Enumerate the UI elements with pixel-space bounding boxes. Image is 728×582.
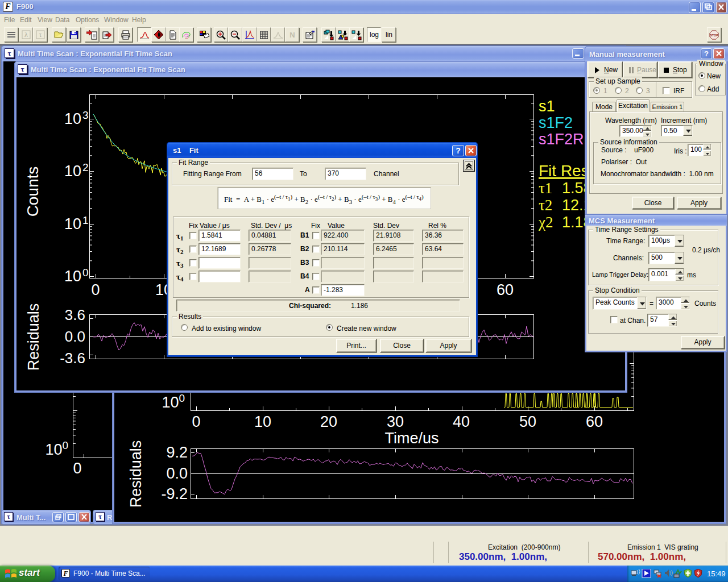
svg-text:10: 10 xyxy=(64,110,81,127)
svg-text:τ: τ xyxy=(39,31,42,39)
svg-text:τ2: τ2 xyxy=(539,197,552,214)
svg-text:0.0: 0.0 xyxy=(65,328,85,345)
svg-text:2: 2 xyxy=(82,161,89,173)
svg-text:s1F2R: s1F2R xyxy=(539,131,584,148)
svg-text:0: 0 xyxy=(82,267,89,278)
svg-text:0: 0 xyxy=(73,460,81,477)
svg-text:s1: s1 xyxy=(539,98,555,115)
svg-text:100: 100 xyxy=(45,439,68,458)
svg-text:50: 50 xyxy=(519,413,536,430)
svg-text:30: 30 xyxy=(387,413,404,430)
svg-text:-9.2: -9.2 xyxy=(161,485,188,502)
svg-text:1: 1 xyxy=(82,214,89,226)
svg-text:0: 0 xyxy=(192,413,200,430)
svg-text:40: 40 xyxy=(453,413,470,430)
svg-text:10: 10 xyxy=(254,413,271,430)
svg-text:Time/us: Time/us xyxy=(384,430,439,447)
svg-text:Counts: Counts xyxy=(24,167,42,217)
svg-text:STOP: STOP xyxy=(710,34,718,37)
svg-text:20: 20 xyxy=(320,413,337,430)
svg-text:χ2: χ2 xyxy=(538,214,553,231)
svg-text:60: 60 xyxy=(586,413,603,430)
svg-text:τ1: τ1 xyxy=(539,180,552,197)
svg-text:-3.6: -3.6 xyxy=(60,350,85,367)
svg-text:0: 0 xyxy=(91,281,100,298)
svg-text:N: N xyxy=(289,31,295,39)
svg-text:Residuals: Residuals xyxy=(25,304,42,371)
svg-text:100: 100 xyxy=(162,392,185,411)
svg-text:9.2: 9.2 xyxy=(166,444,188,461)
svg-text:0.0: 0.0 xyxy=(166,465,188,482)
svg-text:Residuals: Residuals xyxy=(127,440,144,508)
svg-text:10: 10 xyxy=(64,163,81,180)
svg-text:3.6: 3.6 xyxy=(65,306,85,323)
svg-text:3: 3 xyxy=(82,109,89,121)
svg-text:s1F2: s1F2 xyxy=(539,114,573,131)
svg-text:10: 10 xyxy=(64,268,81,285)
svg-text:λ: λ xyxy=(24,31,28,39)
svg-text:10: 10 xyxy=(64,215,81,232)
svg-text:60: 60 xyxy=(497,281,514,298)
